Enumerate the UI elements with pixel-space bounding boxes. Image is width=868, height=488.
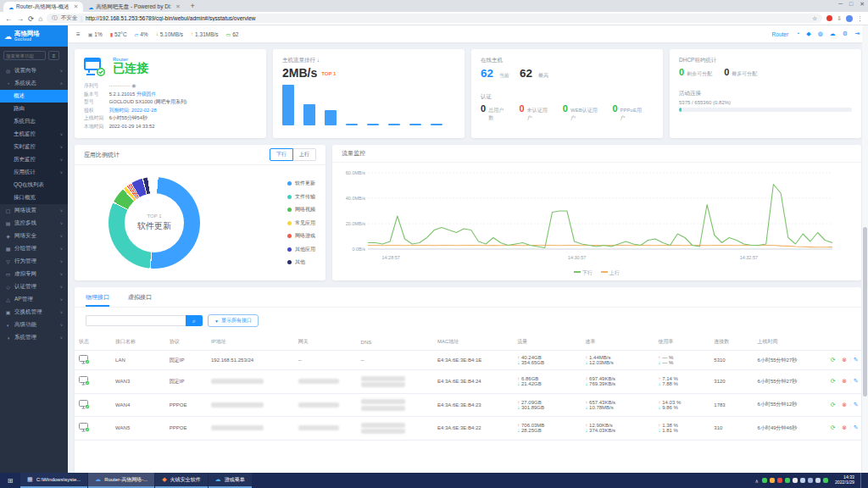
close-icon[interactable]: ✕ [860,1,865,8]
cloud-icon[interactable]: ☁ [830,30,836,37]
tray-icon[interactable] [808,478,813,483]
taskbar-item[interactable]: ▦ C:\Windows\syste... [20,473,87,488]
sidebar-subitem-实时监控[interactable]: 实时监控 ˅ [0,141,68,153]
sidebar-subitem-概述[interactable]: 概述 [0,90,68,103]
tab-close-icon[interactable]: ✕ [175,3,180,10]
eye-icon[interactable]: ◉ [131,83,136,88]
tab-physical-interfaces[interactable]: 物理接口 [86,287,109,307]
edit-interface-icon[interactable]: ✎ [854,424,859,431]
menu-collapse-button[interactable]: ≡ [48,51,59,60]
bookmark-star-icon[interactable]: ☆ [812,15,817,22]
tray-icon[interactable] [770,478,775,483]
settings-icon[interactable]: ⚙ [843,30,848,37]
taskbar-clock[interactable]: 14:33 2022/1/29 [835,475,854,485]
edit-interface-icon[interactable]: ✎ [854,357,859,363]
tray-icon[interactable] [777,478,782,483]
sidebar-item-行为管理[interactable]: ▽ 行为管理 ˅ [0,255,68,268]
sidebar-item-系统管理[interactable]: ◑ 系统管理 ˅ [0,331,68,344]
stop-interface-icon[interactable]: ⊗ [842,357,847,363]
browser-menu-icon[interactable]: ⋮ [857,15,863,22]
tray-icon[interactable] [815,478,821,483]
rank-bar[interactable] [388,124,400,125]
legend-item-常见应用[interactable]: 常见应用 [287,219,315,227]
edit-interface-icon[interactable]: ✎ [854,378,859,385]
table-row[interactable]: WAN5 PPPOE E4:3A:6E:3E:B4:22 ↑ 706.03MB↓… [75,417,861,441]
sidebar-item-高级功能[interactable]: ◐ 高级功能 ˅ [0,319,68,331]
refresh-interface-icon[interactable]: ⟳ [831,402,836,408]
tray-icon[interactable] [785,478,790,483]
sort-down-icon[interactable]: ↓ [317,57,320,63]
edit-interface-icon[interactable]: ✎ [854,402,859,408]
tray-icon[interactable] [762,478,767,483]
extension-record-icon[interactable] [826,15,832,21]
scrollbar-thumb[interactable] [863,227,867,397]
interface-search-input[interactable] [86,315,186,326]
start-button[interactable]: ⊞ [0,473,20,488]
rank-bar[interactable] [303,104,315,125]
menu-search-input[interactable] [3,51,46,60]
rank-bar[interactable] [325,110,337,125]
sidebar-subitem-系统日志[interactable]: 系统日志 [0,115,68,128]
table-row[interactable]: LAN 固定IP 192.168.51.253/24 -- -- E4:3A:6… [75,351,861,370]
legend-item-其他[interactable]: 其他 [287,258,315,266]
logout-icon[interactable]: ⇥ [854,30,860,37]
tray-icon[interactable] [823,478,828,483]
rank-bar[interactable] [367,124,379,125]
search-icon[interactable]: ⌕ [186,315,203,326]
sidebar-subitem-主机监控[interactable]: 主机监控 ˅ [0,128,68,141]
sidebar-subitem-历史监控[interactable]: 历史监控 ˅ [0,153,68,166]
show-desktop-button[interactable] [860,473,863,488]
rank-bar[interactable] [431,124,442,125]
new-tab-button[interactable]: + [191,2,195,10]
downstream-button[interactable]: 下行 [270,148,293,161]
sidebar-item-认证管理[interactable]: ◇ 认证管理 ˅ [0,280,68,293]
legend-item-下行[interactable]: 下行 [574,269,593,277]
tray-icon[interactable] [793,478,798,483]
legend-item-软件更新[interactable]: 软件更新 [287,180,315,187]
legend-item-网络视频[interactable]: 网络视频 [287,206,315,214]
legend-item-网络游戏[interactable]: 网络游戏 [287,232,315,240]
address-bar[interactable]: ⓘ 不安全 | http://192.168.51.253:56789/cgi-… [47,14,822,23]
sidebar-item-网络设置[interactable]: ▢ 网络设置 ˅ [0,204,68,217]
taskbar-item[interactable]: ☁ Router-高恪网络-... [88,473,154,488]
refresh-interface-icon[interactable]: ⟳ [831,378,836,385]
tab-close-icon[interactable]: ✕ [74,3,78,10]
maximize-icon[interactable]: □ [849,1,853,8]
stop-interface-icon[interactable]: ⊗ [842,378,847,385]
show-all-interfaces-button[interactable]: ▼ 显示所有接口 [208,314,259,327]
sidebar-subitem-应用统计[interactable]: 应用统计 ˅ [0,166,68,179]
info-icon[interactable]: ⓘ [52,14,58,22]
sidebar-subitem-QQ在线列表[interactable]: QQ在线列表 [0,179,68,191]
sidebar-item-交换机管理[interactable]: ▣ 交换机管理 ˅ [0,306,68,319]
sidebar-subitem-路由[interactable]: 路由 [0,103,68,115]
browser-tab-inactive[interactable]: ☁ 高恪网吧无盘 - Powered by Di: ✕ [83,2,185,12]
time-icon[interactable]: ◔ [796,30,799,37]
page-scrollbar[interactable] [862,25,868,473]
sidebar-item-AP管理[interactable]: △ AP管理 ˅ [0,293,68,306]
legend-item-文件传输[interactable]: 文件传输 [287,193,315,201]
upstream-button[interactable]: 上行 [292,148,316,161]
forward-icon[interactable]: → [17,14,25,23]
sidebar-subitem-接口概览[interactable]: 接口概览 [0,191,68,204]
sidebar-item-设置向导[interactable]: ◎ 设置向导 ˅ [0,64,68,77]
sidebar-item-流控多线[interactable]: ▤ 流控多线 ˅ [0,217,68,230]
refresh-interface-icon[interactable]: ⟳ [831,357,836,363]
table-row[interactable]: WAN4 PPPOE E4:3A:6E:3E:B4:23 ↑ 27.09GB↓ … [75,393,861,417]
rank-bar[interactable] [409,124,421,125]
globe-icon[interactable]: ◍ [818,30,823,37]
hamburger-icon[interactable]: ≡ [76,30,81,38]
sidebar-item-虚拟专网[interactable]: ▭ 虚拟专网 ˅ [0,268,68,280]
sidebar-item-系统状态[interactable]: ◔ 系统状态 ˄ [0,77,68,90]
legend-item-其他应用[interactable]: 其他应用 [287,246,315,253]
stop-interface-icon[interactable]: ⊗ [842,402,847,408]
back-icon[interactable]: ← [5,14,13,23]
taskbar-item[interactable]: ◆ 火绒安全软件 [155,473,207,488]
refresh-interface-icon[interactable]: ⟳ [831,424,836,431]
message-icon[interactable]: ◆ [806,30,810,37]
browser-tab-active[interactable]: ☁ Router-高恪网络-概述 ✕ [3,2,83,12]
sidebar-item-分组管理[interactable]: ▦ 分组管理 ˅ [0,242,68,255]
taskbar-item[interactable]: ☁ 游戏菜单 [209,473,252,488]
sidebar-item-网络安全[interactable]: ◈ 网络安全 ˅ [0,230,68,242]
tab-virtual-interfaces[interactable]: 虚拟接口 [128,287,152,307]
profile-avatar[interactable] [846,15,853,22]
